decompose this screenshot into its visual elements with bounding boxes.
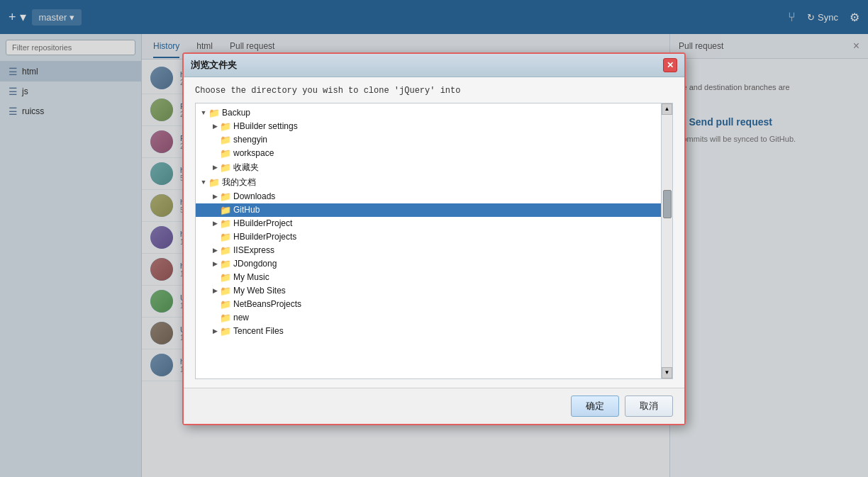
tree-item-downloads[interactable]: ▶ 📁 Downloads [196, 190, 661, 203]
dialog-tree-container: ▼ 📁 Backup ▶ 📁 HBuilder settings 📁 [195, 103, 673, 379]
tree-label: Backup [222, 108, 250, 118]
dialog-body: Choose the directory you wish to clone '… [184, 77, 684, 388]
tree-item-netbeans[interactable]: 📁 NetBeansProjects [196, 298, 661, 311]
folder-icon: 📁 [220, 272, 231, 283]
tree-label: My Music [233, 272, 269, 282]
folder-icon: 📁 [220, 148, 231, 159]
folder-icon: 📁 [220, 299, 231, 310]
expand-icon: ▼ [199, 177, 208, 187]
expand-icon [210, 205, 220, 215]
folder-icon: 📁 [220, 245, 231, 256]
folder-icon: 📁 [220, 205, 231, 215]
folder-icon: 📁 [208, 177, 220, 188]
tree-item-hbuilder-settings[interactable]: ▶ 📁 HBuilder settings [196, 120, 661, 133]
tree-label: new [233, 313, 249, 322]
scroll-down-button[interactable]: ▼ [662, 367, 672, 378]
dialog-footer: 确定 取消 [184, 388, 684, 424]
tree-label: 我的文档 [222, 176, 256, 189]
folder-icon: 📁 [220, 162, 231, 173]
scroll-up-button[interactable]: ▲ [662, 103, 672, 115]
expand-icon: ▼ [199, 108, 208, 118]
scrollbar-track [662, 115, 672, 367]
tree-item-new[interactable]: 📁 new [196, 311, 661, 325]
scrollbar: ▲ ▼ [661, 103, 672, 378]
tree-label: IISExpress [233, 245, 274, 255]
tree-item-tencent[interactable]: ▶ 📁 Tencent Files [196, 325, 661, 338]
expand-icon [210, 135, 220, 145]
tree-item-my-documents[interactable]: ▼ 📁 我的文档 [196, 175, 661, 190]
folder-icon: 📁 [220, 135, 231, 145]
dialog-close-button[interactable]: ✕ [663, 58, 677, 72]
tree-item-workspace[interactable]: 📁 workspace [196, 147, 661, 160]
tree-label: GitHub [233, 205, 260, 215]
tree-item-github[interactable]: 📁 GitHub [196, 203, 661, 217]
tree-label: workspace [233, 148, 274, 158]
tree-label: My Web Sites [233, 286, 286, 296]
folder-icon: 📁 [220, 232, 231, 242]
tree-label: Tencent Files [233, 326, 284, 336]
tree-item-hbuilder-project[interactable]: ▶ 📁 HBuilderProject [196, 217, 661, 230]
folder-icon: 📁 [220, 218, 231, 229]
expand-icon: ▶ [210, 218, 220, 228]
tree-item-backup[interactable]: ▼ 📁 Backup [196, 106, 661, 120]
dialog-title: 浏览文件夹 [191, 59, 237, 72]
tree-label: shengyin [233, 135, 267, 145]
tree-item-shoucang[interactable]: ▶ 📁 收藏夹 [196, 160, 661, 175]
expand-icon: ▶ [210, 191, 220, 201]
scrollbar-thumb[interactable] [663, 190, 672, 218]
tree-label: 收藏夹 [233, 162, 259, 174]
tree-item-my-music[interactable]: 📁 My Music [196, 271, 661, 284]
expand-icon: ▶ [210, 245, 220, 255]
folder-icon: 📁 [220, 326, 231, 337]
tree-item-iisexpress[interactable]: ▶ 📁 IISExpress [196, 244, 661, 257]
folder-icon: 📁 [220, 121, 231, 132]
folder-icon: 📁 [220, 259, 231, 269]
expand-icon: ▶ [210, 121, 220, 131]
expand-icon: ▶ [210, 162, 220, 172]
tree-item-jdongdong[interactable]: ▶ 📁 JDongdong [196, 257, 661, 271]
confirm-button[interactable]: 确定 [571, 395, 619, 417]
expand-icon [210, 232, 220, 242]
dialog-instruction: Choose the directory you wish to clone '… [195, 86, 673, 96]
expand-icon [210, 299, 220, 309]
tree-label: HBuilderProjects [233, 232, 296, 242]
tree-label: NetBeansProjects [233, 299, 301, 309]
expand-icon [210, 272, 220, 282]
expand-icon [210, 148, 220, 158]
tree-item-my-web-sites[interactable]: ▶ 📁 My Web Sites [196, 284, 661, 298]
dialog-overlay: 浏览文件夹 ✕ Choose the directory you wish to… [0, 0, 868, 477]
expand-icon: ▶ [210, 259, 220, 269]
tree-label: JDongdong [233, 259, 277, 269]
tree-label: HBuilder settings [233, 121, 298, 131]
tree-item-hbuilder-projects[interactable]: 📁 HBuilderProjects [196, 230, 661, 244]
tree-label: HBuilderProject [233, 218, 292, 228]
folder-icon: 📁 [220, 313, 231, 323]
tree-item-shengyin[interactable]: 📁 shengyin [196, 133, 661, 147]
dialog-titlebar: 浏览文件夹 ✕ [184, 54, 684, 77]
dialog-tree: ▼ 📁 Backup ▶ 📁 HBuilder settings 📁 [196, 103, 661, 378]
expand-icon: ▶ [210, 286, 220, 296]
expand-icon [210, 313, 220, 322]
expand-icon: ▶ [210, 326, 220, 336]
folder-icon: 📁 [220, 286, 231, 296]
folder-icon: 📁 [208, 108, 220, 118]
tree-label: Downloads [233, 191, 275, 201]
browse-folder-dialog: 浏览文件夹 ✕ Choose the directory you wish to… [182, 52, 686, 425]
folder-icon: 📁 [220, 191, 231, 202]
cancel-button[interactable]: 取消 [625, 395, 673, 417]
